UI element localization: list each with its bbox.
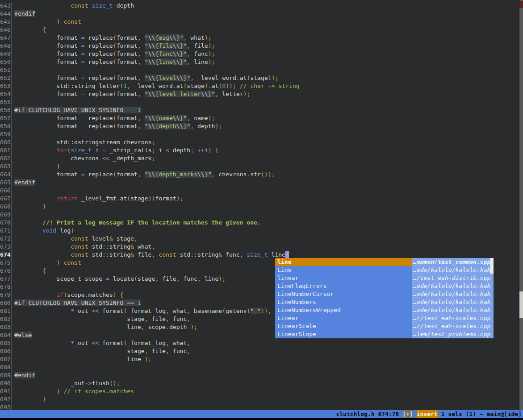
code-line[interactable]: 689#endif <box>0 371 519 379</box>
code-line[interactable]: 647 format = replace(format, "\\{msg\\}"… <box>0 34 519 42</box>
code-token: (); <box>109 380 120 387</box>
code-line[interactable]: 693 <box>0 403 519 410</box>
code-line[interactable]: 661 for(size_t i = _strip_calls; i < dep… <box>0 146 519 154</box>
code-line[interactable]: 666 <box>0 187 519 195</box>
code-line[interactable]: 673 const std::string& what, <box>0 243 519 251</box>
code-line[interactable]: 654 format = replace(format, "\\{level_l… <box>0 90 519 98</box>
completion-item[interactable]: linear…/test_eah-distrib.cpp <box>275 274 494 282</box>
code-token: . <box>85 291 88 298</box>
code-token: { <box>215 147 218 154</box>
code-line[interactable]: 687 line ); <box>0 355 519 363</box>
code-token: file <box>148 316 166 322</box>
code-line[interactable]: 655 <box>0 98 519 106</box>
code-line[interactable]: 656#if CLUTCHLOG_HAVE_UNIX_SYSINFO == 1 <box>0 106 519 114</box>
completion-item[interactable]: LineFlagErrors…ode/kalolo/kalolo.kak <box>275 282 494 290</box>
completion-label: LinearScale <box>275 322 412 330</box>
code-line[interactable]: 665#endif <box>0 179 519 187</box>
code-token: format <box>117 75 138 81</box>
code-token: format <box>117 50 138 57</box>
code-token: = <box>106 275 109 282</box>
code-token: letter <box>218 91 243 97</box>
code-token: , <box>176 275 180 282</box>
code-line[interactable]: 645 ) const <box>0 18 519 26</box>
code-line[interactable]: 686 stage, file, func, <box>0 347 519 355</box>
code-line[interactable]: 643 const size_t depth <box>0 2 519 10</box>
line-number: 692 <box>0 395 12 403</box>
code-line[interactable]: 659 <box>0 130 519 138</box>
code-token <box>141 75 145 81</box>
completion-item[interactable]: line…ommon/test_common.cpp <box>275 258 494 266</box>
line-number: 663 <box>0 162 12 170</box>
code-token <box>141 42 145 49</box>
code-line[interactable]: 644#endif <box>0 10 519 18</box>
code-line[interactable]: 646 { <box>0 26 519 34</box>
code-token <box>14 203 42 210</box>
editor-scrollbar[interactable] <box>519 0 523 410</box>
code-token: , <box>138 91 141 97</box>
code-token: replace <box>85 42 113 49</box>
code-line[interactable]: 664 format = replace(format, "\\{depth_m… <box>0 170 519 179</box>
code-line[interactable]: 650 format = replace(format, "\\{line\\}… <box>0 58 519 66</box>
code-line[interactable]: 663 } <box>0 162 519 170</box>
code-line[interactable]: 648 format = replace(format, "\\{file\\}… <box>0 42 519 50</box>
code-line[interactable]: 649 format = replace(format, "\\{func\\}… <box>0 50 519 58</box>
code-token: " <box>180 34 184 41</box>
code-token: ); <box>243 91 251 97</box>
scrollbar-thumb[interactable] <box>519 291 523 318</box>
code-line[interactable]: 688 <box>0 363 519 371</box>
code-line[interactable]: 691 } // if scopes.matches <box>0 387 519 395</box>
code-line[interactable]: 662 chevrons << _depth_mark; <box>0 154 519 162</box>
code-line[interactable]: 660 std::ostringstream chevrons; <box>0 138 519 146</box>
completion-item[interactable]: LineNumbersWrapped…ode/kalolo/kalolo.kak <box>275 306 494 314</box>
code-token: format <box>117 171 138 178</box>
code-token: log <box>57 227 71 234</box>
code-line[interactable]: 685 *_out << format(_format_log, what, <box>0 339 519 347</box>
completion-item[interactable]: LineNumbers…ode/kalolo/kalolo.kak <box>275 298 494 306</box>
code-token: replace <box>85 115 113 121</box>
code-token: & <box>218 251 222 258</box>
code-token: const <box>71 2 88 9</box>
code-token: & <box>130 251 134 258</box>
code-token: #if CLUTCHLOG_HAVE_UNIX_SYSINFO == <box>14 107 138 113</box>
code-buffer[interactable]: 643 const size_t depth644#endif645 ) con… <box>0 0 519 410</box>
code-line[interactable]: 669 <box>0 211 519 219</box>
completion-item[interactable]: Linear…r/test_eah-scales.cpp <box>275 314 494 322</box>
code-token: = <box>81 34 85 41</box>
code-line[interactable]: 690 _out->flush(); <box>0 379 519 387</box>
completion-item[interactable]: LineNumberCursor…ode/kalolo/kalolo.kak <box>275 290 494 298</box>
code-token: format <box>117 42 138 49</box>
line-number: 686 <box>0 347 12 355</box>
code-line[interactable]: 672 const level& stage, <box>0 235 519 243</box>
code-token: "\\ <box>145 58 155 65</box>
code-token: what <box>169 340 187 346</box>
line-number: 648 <box>0 42 12 50</box>
code-token: ); <box>145 356 152 362</box>
line-number: 667 <box>0 195 12 203</box>
code-line[interactable]: 671 void log( <box>0 227 519 235</box>
code-token: , <box>190 123 194 129</box>
line-number: 658 <box>0 122 12 130</box>
line-number: 653 <box>0 82 12 90</box>
code-line[interactable]: 668 } <box>0 203 519 211</box>
code-token: _level_word <box>194 75 236 81</box>
completion-item[interactable]: LinearSlope…lem/test_problems.cpp <box>275 330 494 338</box>
line-number: 672 <box>0 235 12 243</box>
code-token: } <box>180 115 184 121</box>
code-line[interactable]: 657 format = replace(format, "\\{name\\}… <box>0 114 519 122</box>
line-number: 665 <box>0 179 12 187</box>
code-token: , <box>190 75 194 81</box>
completion-item[interactable]: Line…ode/kalolo/kalolo.kak <box>275 266 494 274</box>
completion-item[interactable]: LinearScale…r/test_eah-scales.cpp <box>275 322 494 330</box>
code-line[interactable]: 651 <box>0 66 519 74</box>
code-line[interactable]: 652 format = replace(format, "\\{level\\… <box>0 74 519 82</box>
code-token: ); <box>205 34 212 41</box>
code-token: ); <box>208 58 215 65</box>
line-number: 688 <box>0 363 12 371</box>
code-line[interactable]: 658 format = replace(format, "\\{depth\\… <box>0 122 519 130</box>
code-line[interactable]: 692 } <box>0 395 519 403</box>
code-line[interactable]: 653 std::string letter(1, _level_word.at… <box>0 82 519 90</box>
completion-scrollbar-thumb[interactable] <box>490 258 494 274</box>
code-token: ; <box>190 147 194 154</box>
code-line[interactable]: 670 //! Print a log message IF the locat… <box>0 219 519 227</box>
code-line[interactable]: 667 return _level_fmt.at(stage)(format); <box>0 195 519 203</box>
